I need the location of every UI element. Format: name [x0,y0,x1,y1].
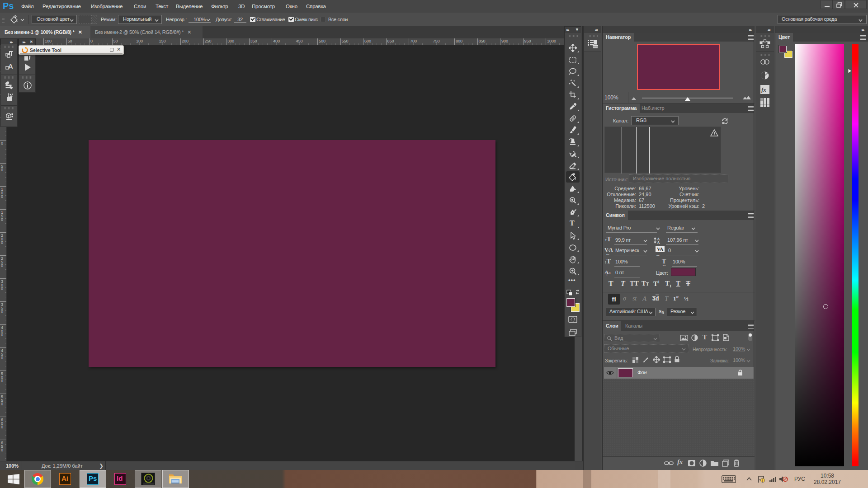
svg-text:A: A [657,240,660,244]
svg-text:!: ! [762,479,763,482]
svg-text:fx: fx [761,86,766,93]
